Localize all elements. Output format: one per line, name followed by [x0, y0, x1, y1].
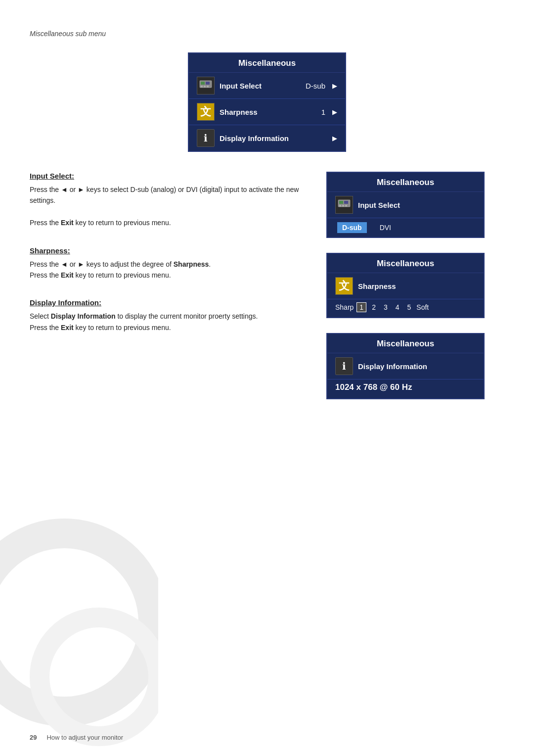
section-input-select: Input Select: Press the ◄ or ► keys to s… — [30, 172, 307, 229]
sharp-val-2: 2 — [369, 303, 378, 312]
input-select-sub-label: Input Select — [358, 201, 476, 209]
section-input-select-text: Press the ◄ or ► keys to select D-sub (a… — [30, 184, 307, 229]
page-number: 29 — [30, 734, 37, 741]
main-osd-panel: Miscellaneous Input Select D-sub ▶ — [188, 52, 346, 152]
osd-row-sharpness: 文 Sharpness 1 ▶ — [189, 99, 345, 125]
section-display-info: Display Information: Select Display Info… — [30, 298, 307, 333]
sharp-val-5: 5 — [405, 303, 414, 312]
svg-rect-2 — [206, 82, 210, 85]
svg-rect-7 — [339, 201, 343, 204]
section-input-select-heading: Input Select: — [30, 172, 307, 180]
svg-rect-1 — [201, 82, 205, 85]
sharpness-sub-row: 文 Sharpness — [327, 273, 484, 299]
osd-row-input-select: Input Select D-sub ▶ — [189, 73, 345, 99]
sharp-val-1: 1 — [356, 302, 366, 312]
input-select-sub-row: Input Select — [327, 192, 484, 218]
input-select-sub-icon — [335, 196, 353, 214]
display-info-sub-panel: Miscellaneous ℹ Display Information 1024… — [326, 333, 485, 399]
input-select-sub-title: Miscellaneous — [327, 173, 484, 192]
info-icon: ℹ — [197, 129, 215, 147]
main-osd-title: Miscellaneous — [189, 53, 345, 73]
osd-sharpness-value: 1 — [321, 108, 325, 116]
display-info-sub-title: Miscellaneous — [327, 334, 484, 353]
svg-rect-8 — [344, 201, 348, 204]
svg-rect-9 — [339, 205, 341, 207]
osd-sharpness-label: Sharpness — [220, 108, 316, 116]
display-info-resolution: 1024 x 768 @ 60 Hz — [327, 379, 484, 398]
display-info-sub-row: ℹ Display Information — [327, 353, 484, 379]
osd-sharpness-arrow: ▶ — [332, 108, 337, 116]
svg-rect-4 — [204, 86, 206, 88]
section-sharpness-heading: Sharpness: — [30, 246, 307, 255]
page-title: Miscellaneous sub menu — [30, 30, 504, 38]
svg-rect-3 — [201, 86, 203, 88]
sharpness-sub-icon: 文 — [335, 277, 353, 295]
input-icon — [197, 77, 215, 94]
sharpness-sub-label: Sharpness — [358, 282, 476, 290]
svg-rect-11 — [345, 205, 347, 207]
sharpness-sub-title: Miscellaneous — [327, 254, 484, 273]
osd-display-info-label: Display Information — [220, 134, 320, 142]
footer-caption: How to adjust your monitor — [46, 734, 123, 741]
svg-rect-5 — [207, 86, 209, 88]
input-select-options-row: D-sub DVI — [327, 218, 484, 237]
sharpness-icon: 文 — [197, 103, 215, 121]
display-info-sub-icon: ℹ — [335, 357, 353, 375]
input-dvi-option: DVI — [375, 222, 396, 233]
sharp-prefix: Sharp — [335, 303, 354, 311]
osd-input-select-value: D-sub — [306, 82, 325, 90]
input-dsub-option: D-sub — [337, 222, 367, 233]
section-display-info-text: Select Display Information to display th… — [30, 311, 307, 333]
sharp-val-4: 4 — [393, 303, 402, 312]
section-display-info-heading: Display Information: — [30, 298, 307, 307]
section-sharpness: Sharpness: Press the ◄ or ► keys to adju… — [30, 246, 307, 281]
input-select-sub-panel: Miscellaneous Input Select — [326, 172, 485, 238]
display-info-sub-label: Display Information — [358, 362, 476, 371]
osd-row-display-info: ℹ Display Information ▶ — [189, 125, 345, 151]
sharpness-sub-panel: Miscellaneous 文 Sharpness Sharp 1 2 3 4 … — [326, 253, 485, 318]
osd-input-select-label: Input Select — [220, 82, 301, 90]
section-sharpness-text: Press the ◄ or ► keys to adjust the degr… — [30, 259, 307, 281]
page-footer: 29 How to adjust your monitor — [30, 734, 123, 741]
sharpness-scale-row: Sharp 1 2 3 4 5 Soft — [327, 299, 484, 317]
sharp-suffix: Soft — [416, 303, 429, 311]
sharp-val-3: 3 — [381, 303, 390, 312]
osd-display-info-arrow: ▶ — [332, 135, 337, 142]
osd-input-select-arrow: ▶ — [332, 82, 337, 90]
svg-rect-10 — [342, 205, 344, 207]
